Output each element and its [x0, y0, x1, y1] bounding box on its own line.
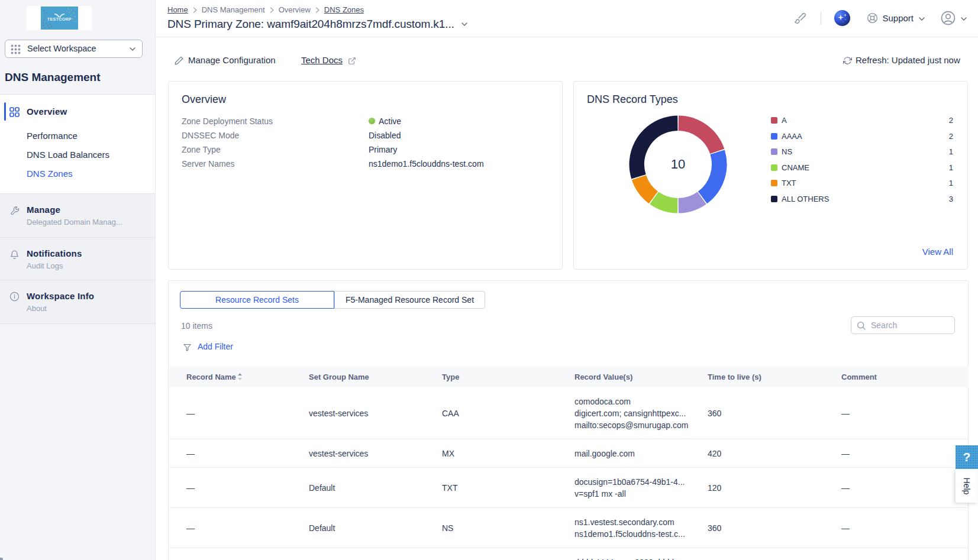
svg-text:10: 10: [671, 157, 685, 171]
